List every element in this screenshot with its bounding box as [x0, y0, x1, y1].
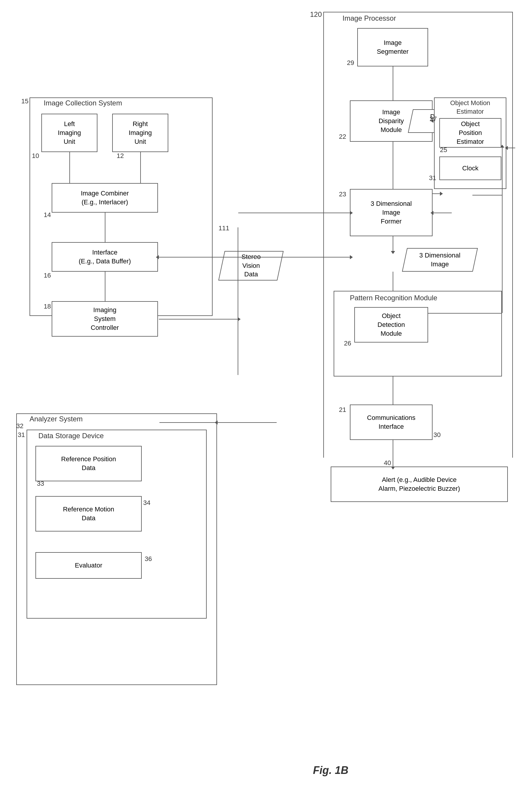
- arrow-bus-right: [238, 257, 350, 258]
- arrow-bus-to-3d-former: [238, 212, 350, 213]
- 3d-image-former-num: 23: [339, 190, 346, 198]
- imaging-controller-num: 18: [44, 303, 51, 310]
- image-processor-bracket-right: [512, 12, 513, 458]
- analyzer-num2: 32: [16, 422, 23, 430]
- object-detection-text: ObjectDetectionModule: [378, 311, 405, 338]
- alert-num: 40: [384, 459, 391, 467]
- image-processor-label: Image Processor: [342, 14, 396, 22]
- left-imaging-box: LeftImagingUnit: [41, 114, 97, 152]
- arrow-left-img-to-combiner: [69, 152, 70, 183]
- image-disparity-text: ImageDisparityModule: [379, 108, 404, 134]
- image-processor-num-label: 120: [310, 10, 322, 19]
- analyzer-label: Analyzer System: [29, 415, 83, 423]
- evaluator-num: 36: [145, 555, 152, 563]
- image-collection-num: 15: [21, 98, 28, 105]
- line-comm-to-left: [159, 422, 218, 423]
- clock-text: Clock: [462, 164, 478, 173]
- 3d-image-text: 3 DimensionalImage: [419, 251, 460, 268]
- ref-position-box: Reference PositionData: [36, 446, 142, 481]
- object-position-text: ObjectPositionEstimator: [457, 120, 484, 146]
- data-storage-num: 31: [18, 431, 25, 439]
- pattern-recognition-label: Pattern Recognition Module: [350, 294, 437, 302]
- image-combiner-box: Image Combiner(E.g., Interlacer): [52, 183, 158, 212]
- image-segmenter-num: 29: [347, 59, 354, 67]
- imaging-controller-text: ImagingSystemController: [91, 306, 119, 332]
- image-processor-bracket-top: [323, 12, 512, 13]
- line-h-obj-pos: [473, 195, 502, 196]
- line-pattern-obj-motion: [428, 313, 502, 313]
- 3d-image-former-box: 3 DimensionalImageFormer: [350, 189, 433, 236]
- evaluator-box: Evaluator: [36, 552, 142, 579]
- image-disparity-num: 22: [339, 133, 346, 141]
- 3d-image-para: 3 DimensionalImage: [402, 248, 478, 272]
- right-imaging-text: RightImagingUnit: [129, 120, 152, 146]
- ref-motion-num: 34: [143, 499, 150, 507]
- data-storage-label: Data Storage Device: [38, 432, 104, 440]
- object-motion-label: Object MotionEstimator: [438, 99, 502, 116]
- clock-box: Clock: [439, 157, 501, 180]
- diagram: 120 Image Processor ImageSegmenter 29 Im…: [0, 0, 522, 812]
- object-detection-num: 26: [344, 340, 351, 347]
- interface-box: Interface(E.g., Data Buffer): [52, 242, 158, 272]
- stereo-vision-text: StereoVisionData: [242, 252, 261, 279]
- object-detection-box: ObjectDetectionModule: [354, 307, 428, 343]
- image-segmenter-box: ImageSegmenter: [357, 28, 428, 66]
- 3d-image-former-text: 3 DimensionalImageFormer: [370, 199, 411, 226]
- comm-interface-box: CommunicationsInterface: [350, 405, 433, 440]
- image-processor-bracket-v: [323, 12, 324, 458]
- line-interface-to-bus: [159, 257, 238, 258]
- interface-text: Interface(E.g., Data Buffer): [79, 248, 131, 265]
- arrow-to-clock: [508, 148, 515, 148]
- object-motion-num: 27: [429, 115, 437, 123]
- alert-text: Alert (e.g., Audible DeviceAlarm, Piezoe…: [379, 475, 460, 493]
- interface-num: 16: [44, 272, 51, 279]
- ref-position-num: 33: [37, 480, 44, 487]
- ref-motion-text: Reference MotionData: [63, 505, 114, 522]
- arrow-3d-to-obj-pos: [433, 194, 440, 194]
- comm-num2: 21: [339, 406, 346, 414]
- alert-box: Alert (e.g., Audible DeviceAlarm, Piezoe…: [331, 467, 508, 502]
- left-imaging-text: LeftImagingUnit: [58, 120, 81, 146]
- arrow-right-img-to-combiner: [140, 152, 141, 183]
- comm-interface-text: CommunicationsInterface: [367, 413, 416, 431]
- object-position-num: 25: [440, 146, 447, 154]
- arrow-pattern-to-comm: [393, 377, 393, 405]
- object-position-box: ObjectPositionEstimator: [439, 118, 501, 148]
- arrow-3d-img-to-pattern: [393, 272, 393, 291]
- arrow-combiner-to-interface: [105, 212, 105, 242]
- bus-num-label: 111: [219, 224, 229, 232]
- image-collection-label: Image Collection System: [44, 99, 122, 107]
- imaging-controller-box: ImagingSystemController: [52, 301, 158, 337]
- arrow-seg-to-disparity: [393, 66, 393, 100]
- arrow-disparity-to-3d: [393, 142, 393, 189]
- image-combiner-num: 14: [44, 211, 51, 219]
- image-segmenter-text: ImageSegmenter: [377, 38, 409, 56]
- arrow-comm-to-analyzer: [218, 422, 277, 423]
- arrow-comm-to-alert: [393, 440, 393, 467]
- line-bus-down: [238, 319, 238, 375]
- ref-motion-box: Reference MotionData: [36, 496, 142, 531]
- right-imaging-box: RightImagingUnit: [112, 114, 168, 152]
- line-right-vertical: [502, 148, 503, 313]
- evaluator-text: Evaluator: [75, 561, 102, 570]
- arrow-controller-to-bus: [159, 319, 238, 320]
- comm-num: 30: [434, 431, 441, 439]
- clock-num: 31: [429, 174, 436, 182]
- arrow-3d-former-down: [393, 236, 393, 251]
- fig-label: Fig. 1B: [313, 764, 348, 776]
- left-imaging-num: 10: [32, 152, 39, 160]
- ref-position-text: Reference PositionData: [61, 455, 116, 472]
- image-combiner-text: Image Combiner(E.g., Interlacer): [81, 189, 129, 206]
- stereo-vision-para: StereoVisionData: [218, 251, 283, 281]
- arrow-interface-to-controller: [105, 272, 105, 301]
- arrow-obj-motion-to-3d: [434, 212, 452, 213]
- right-imaging-num: 12: [117, 152, 124, 160]
